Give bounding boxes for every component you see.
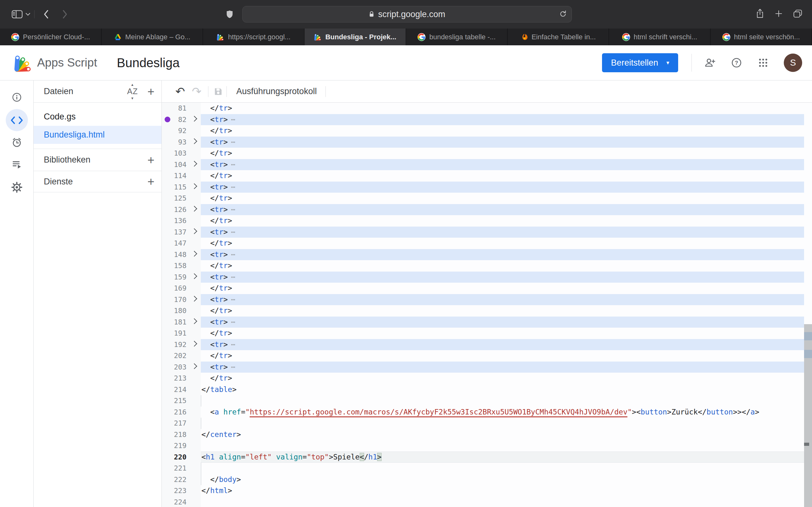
code-line[interactable]: </tr> xyxy=(201,373,804,384)
line-number[interactable]: 93 xyxy=(178,136,187,148)
gutter[interactable]: 180 xyxy=(162,305,201,317)
gutter[interactable]: 215 xyxy=(162,395,201,406)
code-line[interactable]: </tr> xyxy=(201,125,804,136)
line-number[interactable]: 169 xyxy=(174,283,187,294)
code-line[interactable]: </tr> xyxy=(201,328,804,339)
code-line[interactable]: <tr>⋯ xyxy=(201,317,804,328)
folded-ellipsis[interactable]: ⋯ xyxy=(231,228,235,236)
gutter[interactable]: 224 xyxy=(162,497,201,507)
code-line[interactable]: </tr> xyxy=(201,260,804,272)
gutter[interactable]: 125 xyxy=(162,193,201,204)
gutter[interactable]: 82 xyxy=(162,114,201,125)
rail-item-triggers[interactable] xyxy=(6,131,28,153)
gutter[interactable]: 169 xyxy=(162,283,201,294)
code-line[interactable]: </tr> xyxy=(201,103,804,114)
chevron-down-icon[interactable] xyxy=(26,13,31,16)
gutter[interactable]: 137 xyxy=(162,227,201,238)
rail-item-editor[interactable] xyxy=(6,109,28,131)
tab-5[interactable]: bundesliga tabelle -... xyxy=(406,29,507,45)
gutter[interactable]: 203 xyxy=(162,361,201,373)
code-line[interactable]: </table> xyxy=(201,384,804,395)
gutter[interactable]: 147 xyxy=(162,238,201,249)
tab-7[interactable]: html schrift verschi... xyxy=(609,29,711,45)
fold-arrow-icon[interactable] xyxy=(191,296,197,302)
code-line[interactable]: <tr>⋯ xyxy=(201,272,804,283)
gutter[interactable]: 221 xyxy=(162,463,201,474)
code-line[interactable]: <tr>⋯ xyxy=(201,249,804,261)
line-number[interactable]: 115 xyxy=(174,181,187,193)
add-library-button[interactable]: + xyxy=(148,154,154,166)
gutter[interactable]: 213 xyxy=(162,373,201,384)
fold-arrow-icon[interactable] xyxy=(191,274,197,279)
code-line[interactable]: <tr>⋯ xyxy=(201,294,804,305)
code-line[interactable] xyxy=(201,463,804,474)
gutter[interactable]: 192 xyxy=(162,339,201,350)
execution-log-button[interactable]: Ausführungsprotokoll xyxy=(236,87,317,96)
fold-arrow-icon[interactable] xyxy=(191,341,197,347)
rail-item-settings[interactable] xyxy=(6,176,28,199)
line-number[interactable]: 214 xyxy=(174,384,187,395)
code-line[interactable]: <h1 align="left" valign="top">Spiele</h1… xyxy=(201,452,804,463)
code-line[interactable]: <tr>⋯ xyxy=(201,339,804,350)
gutter[interactable]: 191 xyxy=(162,328,201,339)
deploy-button[interactable]: Bereitstellen ▾ xyxy=(602,53,678,72)
line-number[interactable]: 224 xyxy=(174,497,187,507)
code-line[interactable]: </tr> xyxy=(201,148,804,159)
line-number[interactable]: 217 xyxy=(174,418,187,429)
fold-arrow-icon[interactable] xyxy=(191,228,197,234)
gutter[interactable]: 115 xyxy=(162,181,201,193)
line-number[interactable]: 192 xyxy=(174,339,187,350)
gutter[interactable]: 202 xyxy=(162,350,201,361)
gutter[interactable]: 93 xyxy=(162,136,201,148)
redo-button[interactable]: ↷ xyxy=(190,84,203,99)
gutter[interactable]: 223 xyxy=(162,485,201,497)
gutter[interactable]: 220 xyxy=(162,452,201,463)
folded-ellipsis[interactable]: ⋯ xyxy=(231,250,235,259)
line-number[interactable]: 114 xyxy=(174,170,187,181)
fold-arrow-icon[interactable] xyxy=(191,116,197,122)
tab-3[interactable]: https://script.googl... xyxy=(203,29,305,45)
code-line[interactable]: <tr>⋯ xyxy=(201,159,804,170)
line-number[interactable]: 223 xyxy=(174,485,187,497)
line-number[interactable]: 216 xyxy=(174,406,187,418)
line-number[interactable]: 202 xyxy=(174,350,187,361)
gutter[interactable]: 170 xyxy=(162,294,201,305)
code-line[interactable]: </tr> xyxy=(201,305,804,317)
privacy-shield-icon[interactable] xyxy=(226,10,234,19)
file-item-code-gs[interactable]: Code.gs xyxy=(34,108,161,126)
tab-overview-icon[interactable] xyxy=(793,9,803,19)
gutter[interactable]: 219 xyxy=(162,440,201,452)
line-number[interactable]: 125 xyxy=(174,193,187,204)
code-line[interactable]: </tr> xyxy=(201,215,804,227)
fold-arrow-icon[interactable] xyxy=(191,319,197,324)
sidebar-icon[interactable] xyxy=(11,9,23,19)
undo-button[interactable]: ↶ xyxy=(174,84,187,99)
tab-1[interactable]: Persönlicher Cloud-... xyxy=(0,29,101,45)
code-line[interactable] xyxy=(201,440,804,452)
folded-ellipsis[interactable]: ⋯ xyxy=(231,340,235,349)
tab-6[interactable]: Einfache Tabelle in... xyxy=(507,29,609,45)
gutter[interactable]: 114 xyxy=(162,170,201,181)
fold-arrow-icon[interactable] xyxy=(191,206,197,212)
code-line[interactable]: <tr>⋯ xyxy=(201,114,804,125)
tab-2[interactable]: Meine Ablage – Go... xyxy=(101,29,203,45)
line-number[interactable]: 191 xyxy=(174,328,187,339)
project-title[interactable]: Bundesliga xyxy=(117,56,180,70)
code-line[interactable]: </tr> xyxy=(201,350,804,361)
line-number[interactable]: 137 xyxy=(174,227,187,238)
line-number[interactable]: 147 xyxy=(174,238,187,249)
apps-grid-icon[interactable] xyxy=(757,58,769,67)
folded-ellipsis[interactable]: ⋯ xyxy=(231,363,235,371)
avatar[interactable]: S xyxy=(784,54,802,72)
line-number[interactable]: 136 xyxy=(174,215,187,227)
fold-arrow-icon[interactable] xyxy=(191,251,197,257)
code-line[interactable]: </tr> xyxy=(201,283,804,294)
reload-icon[interactable] xyxy=(559,10,567,19)
code-line[interactable]: </tr> xyxy=(201,170,804,181)
gutter[interactable]: 103 xyxy=(162,148,201,159)
line-number[interactable]: 180 xyxy=(174,305,187,317)
line-number[interactable]: 221 xyxy=(174,463,187,474)
line-number[interactable]: 181 xyxy=(174,317,187,328)
line-number[interactable]: 203 xyxy=(174,361,187,373)
gutter[interactable]: 181 xyxy=(162,317,201,328)
